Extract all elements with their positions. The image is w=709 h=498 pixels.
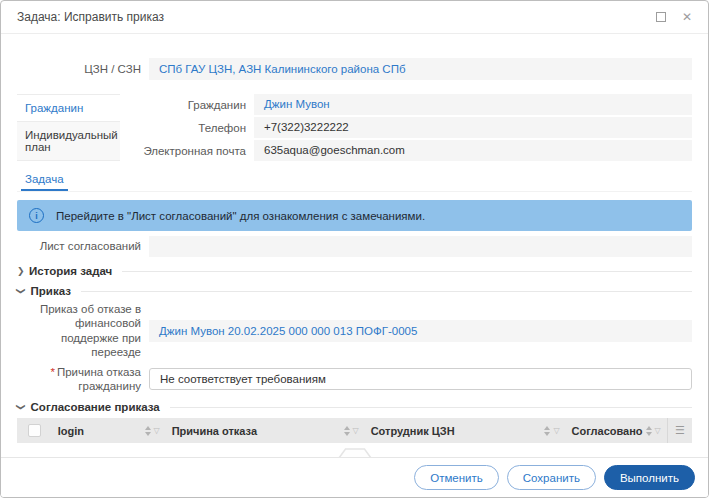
maximize-icon[interactable] <box>656 12 666 22</box>
dialog-footer: Отменить Сохранить Выполнить <box>1 457 708 497</box>
save-button[interactable]: Сохранить <box>507 465 596 490</box>
info-banner-text: Перейдите в "Лист согласований" для озна… <box>56 210 425 222</box>
table-menu-icon[interactable]: ☰ <box>667 418 692 443</box>
sidebar-tab-citizen[interactable]: Гражданин <box>17 95 120 122</box>
section-order-title: Приказ <box>31 285 71 297</box>
section-history-title: История задач <box>29 265 112 277</box>
filter-icon[interactable]: ▽ <box>553 426 559 435</box>
reason-label: *Причина отказа гражданину <box>17 365 149 394</box>
reason-input[interactable] <box>149 368 692 390</box>
cancel-button[interactable]: Отменить <box>414 465 499 490</box>
email-label: Электронная почта <box>124 145 254 157</box>
chevron-down-icon: ❯ <box>16 403 26 411</box>
section-divider <box>170 407 692 408</box>
section-order[interactable]: ❯ Приказ <box>17 285 692 297</box>
phone-row: Телефон +7(322)3222222 <box>124 117 692 138</box>
sort-icon[interactable] <box>544 426 550 436</box>
required-asterisk: * <box>50 366 54 378</box>
section-agreement-title: Согласование приказа <box>31 401 160 413</box>
column-header-login[interactable]: login ▽ <box>52 418 166 443</box>
column-header-employee[interactable]: Сотрудник ЦЗН ▽ <box>365 418 566 443</box>
chevron-down-icon: ❯ <box>16 287 26 295</box>
phone-value: +7(322)3222222 <box>254 117 692 138</box>
czn-label: ЦЗН / СЗН <box>17 62 149 76</box>
citizen-row: Гражданин Джин Мувон <box>124 94 692 115</box>
section-agreement[interactable]: ❯ Согласование приказа <box>17 401 692 413</box>
reason-row: *Причина отказа гражданину <box>17 365 692 394</box>
info-icon: i <box>29 208 44 223</box>
info-banner: i Перейдите в "Лист согласований" для оз… <box>17 200 692 231</box>
order-doc-link[interactable]: Джин Мувон 20.02.2025 000 000 013 ПОФГ-0… <box>159 325 417 337</box>
task-dialog: Задача: Исправить приказ ✕ ЦЗН / СЗН СПб… <box>0 0 709 498</box>
citizen-label: Гражданин <box>124 99 254 111</box>
side-tabs: Гражданин Индивидуальный план <box>17 94 120 163</box>
chevron-right-icon: ❯ <box>17 266 27 276</box>
close-icon[interactable]: ✕ <box>682 11 692 23</box>
dialog-title: Задача: Исправить приказ <box>17 10 656 24</box>
column-header-reason[interactable]: Причина отказа ▽ <box>166 418 365 443</box>
sort-icon[interactable] <box>145 426 151 436</box>
phone-label: Телефон <box>124 122 254 134</box>
czn-field-row: ЦЗН / СЗН СПб ГАУ ЦЗН, АЗН Калининского … <box>17 58 692 80</box>
dialog-titlebar: Задача: Исправить приказ ✕ <box>1 1 708 34</box>
citizen-name-link[interactable]: Джин Мувон <box>264 98 330 110</box>
filter-icon[interactable]: ▽ <box>655 426 661 435</box>
tab-strip: Задача <box>17 168 692 192</box>
section-divider <box>122 271 692 272</box>
reason-label-text: Причина отказа гражданину <box>57 366 141 392</box>
sort-icon[interactable] <box>646 426 652 436</box>
sort-icon[interactable] <box>344 426 350 436</box>
approval-sheet-value <box>149 236 692 257</box>
section-divider <box>81 291 692 292</box>
czn-value-link[interactable]: СПб ГАУ ЦЗН, АЗН Калининского района СПб <box>159 63 406 75</box>
approval-sheet-row: Лист согласований <box>17 236 692 257</box>
column-header-agreed[interactable]: Согласовано ▽ <box>566 418 667 443</box>
order-doc-row: Приказ об отказе в финансовой поддержке … <box>17 302 692 360</box>
tab-task[interactable]: Задача <box>21 168 68 191</box>
select-all-checkbox[interactable] <box>28 424 41 437</box>
approval-sheet-label: Лист согласований <box>17 239 149 253</box>
sidebar-tab-individual-plan[interactable]: Индивидуальный план <box>17 122 120 161</box>
filter-icon[interactable]: ▽ <box>353 426 359 435</box>
email-row: Электронная почта 635aqua@goeschman.com <box>124 140 692 161</box>
table-header: login ▽ Причина отказа ▽ Сотрудник ЦЗН ▽… <box>17 418 692 443</box>
email-value: 635aqua@goeschman.com <box>254 140 692 161</box>
order-doc-label: Приказ об отказе в финансовой поддержке … <box>17 302 149 360</box>
execute-button[interactable]: Выполнить <box>604 465 695 490</box>
filter-icon[interactable]: ▽ <box>154 426 160 435</box>
section-history[interactable]: ❯ История задач <box>17 265 692 277</box>
